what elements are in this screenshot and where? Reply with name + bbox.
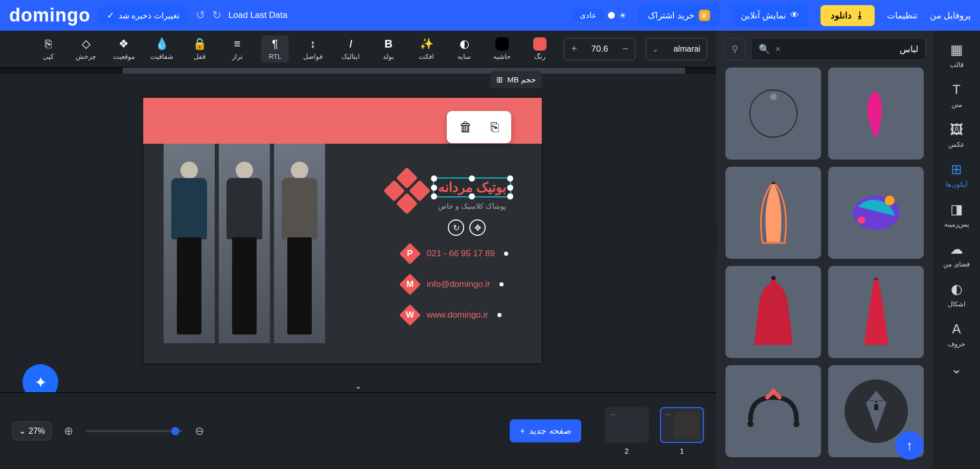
rail-shapes[interactable]: ◐اشکال [948,281,966,308]
rail-template[interactable]: ▦قالب [950,42,964,69]
size-icon: ⊞ [496,75,503,84]
rail-icons[interactable]: ⊞آیکون‌ها [946,162,968,188]
download-button[interactable]: ⭳دانلود [821,5,875,26]
align-tool[interactable]: ≡تراز [223,37,251,60]
magic-fab[interactable]: ✦ [22,364,58,392]
effect-tool[interactable]: ✨افکت [413,37,440,60]
delete-button[interactable]: 🗑 [459,119,472,135]
font-size[interactable]: +− [564,38,635,60]
letters-icon: A [952,321,961,337]
design-canvas[interactable]: بوتیک مردانه پوشاک کلاسیک و خاص ✥ ↻ 021 … [143,98,542,364]
spacing-tool[interactable]: ↕فواصل [299,37,327,60]
icon-card[interactable] [725,266,821,358]
margin-tool[interactable]: حاشیه [488,37,516,60]
resize-handle[interactable] [469,193,475,199]
h-scrollbar[interactable] [0,68,716,74]
footer: ⋯ 1 ⋯ 2 صفحه جدید+ ⌄27% ⊕ ⊖ [0,392,716,469]
zoom-in-icon[interactable]: ⊕ [64,425,73,438]
cloud-icon: ☁ [950,241,963,257]
rail-label: پس‌زمینه [944,220,969,228]
lock-tool[interactable]: 🔒قفل [186,37,213,60]
shadow-tool[interactable]: ◐سایه [450,37,478,60]
bold-tool[interactable]: Bبولد [375,37,402,60]
sun-icon: ☀ [619,11,626,20]
bullet [504,252,508,256]
rail-label: قالب [950,61,964,69]
preview-button[interactable]: 👁نمایش آنلاین [732,5,809,26]
resize-handle[interactable] [431,185,437,191]
redo-icon[interactable]: ↻ [212,9,221,22]
undo-icon[interactable]: ↺ [196,9,205,22]
color-tool[interactable]: رنگ [526,37,554,60]
rail-more[interactable]: ⌄ [951,361,962,377]
page-thumb-1[interactable]: ⋯ [660,407,704,443]
photo[interactable] [164,144,215,343]
rail-letters[interactable]: Aحروف [948,321,965,348]
resize-handle[interactable] [431,193,437,199]
size-minus[interactable]: − [616,38,635,60]
icon-card[interactable] [725,68,821,160]
brand-logo[interactable] [386,170,427,211]
icon-card[interactable] [828,68,924,160]
search-box[interactable]: ✕ 🔍 [751,38,926,60]
icon-card[interactable] [828,167,924,259]
clear-icon[interactable]: ✕ [775,45,781,53]
rotate-handle[interactable]: ↻ [448,219,464,236]
zoom-value[interactable]: ⌄27% [12,421,52,440]
rail-text[interactable]: Tمتن [951,82,962,108]
resize-handle[interactable] [431,175,437,182]
copy-tool[interactable]: ⎘کپی [34,37,62,60]
profile-link[interactable]: پروفایل من [930,10,971,21]
scroll-thumb[interactable] [123,68,685,74]
footer-collapse[interactable]: ⌄ [347,380,370,392]
photo[interactable] [219,144,270,343]
thumb-menu[interactable]: ⋯ [610,411,616,418]
thumb-menu[interactable]: ⋯ [665,411,671,418]
slider-thumb[interactable] [171,427,179,435]
icon-card[interactable] [828,266,924,358]
filter-button[interactable]: ⚲ [723,38,746,60]
rtl-tool[interactable]: ¶RTL [261,35,289,62]
icon-card[interactable] [725,365,821,457]
page-number: 1 [680,447,684,455]
opacity-tool[interactable]: 💧شفافیت [148,37,175,60]
resize-handle[interactable] [469,175,475,182]
upload-fab[interactable]: ↑ [895,431,924,460]
rail-image[interactable]: 🖼عکس [948,122,965,148]
position-tool[interactable]: ❖موقعیت [110,37,138,60]
download-label: دانلود [831,10,852,21]
subtitle-text[interactable]: پوشاک کلاسیک و خاص [438,202,506,210]
wand-icon: ✦ [34,373,47,391]
rotate-tool[interactable]: ◇چرخش [72,37,100,60]
page-thumb-2[interactable]: ⋯ [605,407,649,443]
resize-handle[interactable] [507,185,513,191]
rail-myspace[interactable]: ☁فضای من [943,241,970,268]
resize-handle[interactable] [507,193,513,199]
icon-grid[interactable] [723,65,926,462]
search-input[interactable] [786,44,918,54]
photo[interactable] [274,144,325,343]
email-text[interactable]: info@domingo.ir [427,279,490,289]
zoom-slider[interactable] [85,430,183,432]
web-text[interactable]: www.domingo.ir [427,310,488,320]
size-plus[interactable]: + [564,38,584,60]
icon-card[interactable] [725,167,821,259]
title-selected[interactable]: بوتیک مردانه [433,177,511,197]
mode-toggle[interactable]: ☀ عادی [573,9,626,22]
zoom-out-icon[interactable]: ⊖ [195,425,204,438]
resize-handle[interactable] [507,175,513,182]
canvas-wrap[interactable]: حجم MB⊞ بوتیک مردانه [0,68,716,392]
phone-text[interactable]: 021 - 66 95 17 89 [427,249,495,259]
duplicate-button[interactable]: ⎘ [491,119,499,135]
load-last-button[interactable]: Load Last Data [229,10,287,20]
settings-link[interactable]: تنظیمات [887,10,918,21]
rail-background[interactable]: ◨پس‌زمینه [944,202,969,228]
font-select[interactable]: ⌄almarai [646,38,707,60]
subscribe-button[interactable]: ♛خرید اشتراک [639,5,719,26]
size-badge[interactable]: حجم MB⊞ [490,71,542,88]
move-handle[interactable]: ✥ [469,219,486,236]
italic-tool[interactable]: Iایتالیک [337,37,364,60]
new-page-button[interactable]: صفحه جدید+ [510,419,581,442]
chevron-down-icon: ⌄ [19,426,26,436]
size-input[interactable] [584,44,616,54]
